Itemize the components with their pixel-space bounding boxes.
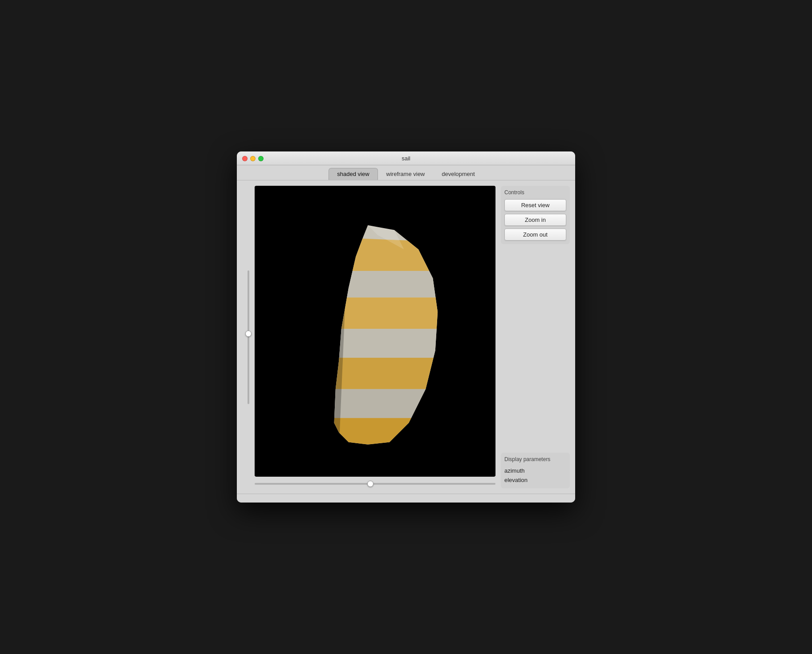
vertical-slider-container	[242, 186, 255, 488]
controls-section: Controls Reset view Zoom in Zoom out	[501, 186, 570, 244]
display-params-section: Display parameters azimuth elevation	[501, 453, 570, 488]
controls-label: Controls	[504, 189, 566, 196]
tab-bar: shaded view wireframe view development	[237, 165, 575, 180]
reset-view-button[interactable]: Reset view	[504, 199, 566, 211]
main-content: Controls Reset view Zoom in Zoom out Dis…	[237, 180, 575, 494]
vertical-slider-track[interactable]	[248, 270, 249, 404]
svg-marker-5	[332, 298, 447, 329]
maximize-button[interactable]	[258, 156, 264, 161]
zoom-in-button[interactable]: Zoom in	[504, 214, 566, 226]
param-elevation: elevation	[504, 475, 566, 485]
horizontal-slider-thumb[interactable]	[367, 481, 374, 487]
sail-visualization	[255, 186, 495, 477]
viewport-area	[242, 186, 495, 488]
canvas-and-slider	[255, 186, 495, 488]
app-window: sail shaded view wireframe view developm…	[237, 151, 575, 503]
svg-marker-6	[332, 329, 447, 358]
minimize-button[interactable]	[250, 156, 256, 161]
traffic-lights	[242, 156, 264, 161]
horizontal-slider-track[interactable]	[255, 483, 495, 485]
controls-panel: Controls Reset view Zoom in Zoom out Dis…	[501, 186, 570, 488]
title-bar: sail	[237, 151, 575, 165]
tab-shaded-view[interactable]: shaded view	[329, 168, 378, 180]
close-button[interactable]	[242, 156, 248, 161]
tab-wireframe-view[interactable]: wireframe view	[378, 168, 434, 180]
window-title: sail	[402, 155, 410, 162]
param-azimuth: azimuth	[504, 466, 566, 475]
tab-development[interactable]: development	[433, 168, 483, 180]
display-params-label: Display parameters	[504, 456, 566, 462]
zoom-out-button[interactable]: Zoom out	[504, 229, 566, 241]
bottom-bar	[237, 494, 575, 503]
horizontal-slider-container	[255, 479, 495, 488]
render-canvas[interactable]	[255, 186, 495, 477]
panel-spacer	[501, 248, 570, 449]
vertical-slider-thumb[interactable]	[245, 331, 252, 337]
